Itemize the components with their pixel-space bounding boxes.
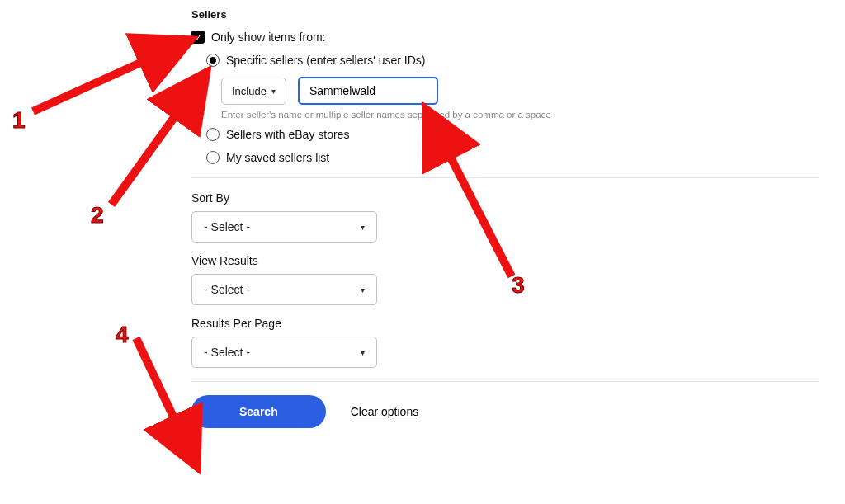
- radio-ebay-stores[interactable]: [206, 128, 220, 141]
- radio-saved-label: My saved sellers list: [226, 151, 329, 164]
- sort-by-select[interactable]: - Select -▾: [191, 211, 377, 243]
- chevron-down-icon: ▾: [271, 87, 276, 96]
- include-select[interactable]: Include ▾: [221, 78, 286, 105]
- radio-saved-sellers[interactable]: [206, 151, 220, 164]
- divider: [191, 177, 819, 178]
- view-results-select[interactable]: - Select -▾: [191, 274, 377, 305]
- chevron-down-icon: ▾: [361, 348, 365, 357]
- only-show-label: Only show items from:: [211, 31, 325, 44]
- divider: [191, 381, 819, 382]
- seller-id-input[interactable]: [298, 77, 438, 105]
- results-per-page-select[interactable]: - Select -▾: [191, 337, 377, 368]
- seller-helper-text: Enter seller's name or multiple seller n…: [221, 110, 845, 120]
- sort-by-label: Sort By: [191, 191, 845, 205]
- radio-specific-sellers[interactable]: [206, 54, 220, 67]
- chevron-down-icon: ▾: [361, 223, 365, 232]
- radio-stores-label: Sellers with eBay stores: [226, 128, 349, 141]
- sellers-heading: Sellers: [191, 8, 845, 21]
- marker-4: 4: [116, 322, 129, 348]
- view-results-label: View Results: [191, 254, 845, 267]
- marker-2: 2: [91, 202, 104, 228]
- chevron-down-icon: ▾: [361, 285, 365, 294]
- clear-options-link[interactable]: Clear options: [351, 405, 419, 418]
- results-per-page-label: Results Per Page: [191, 317, 845, 330]
- only-show-checkbox[interactable]: ✓: [191, 31, 205, 44]
- marker-3: 3: [512, 272, 525, 299]
- marker-1: 1: [12, 107, 26, 134]
- search-button[interactable]: Search: [191, 395, 326, 428]
- radio-specific-label: Specific sellers (enter sellers' user ID…: [226, 54, 426, 67]
